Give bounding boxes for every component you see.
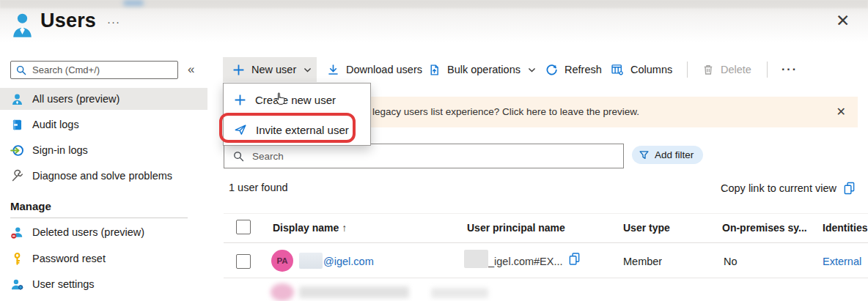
- plus-icon: [234, 94, 246, 106]
- person-icon: [10, 92, 24, 106]
- sidebar-item-label: Audit logs: [32, 119, 79, 130]
- copy-link-label: Copy link to current view: [721, 182, 836, 194]
- audit-log-icon: [10, 118, 24, 132]
- download-icon: [327, 64, 339, 76]
- breadcrumb-remnant: [123, 0, 144, 6]
- columns-label: Columns: [630, 64, 672, 75]
- user-settings-icon: [10, 278, 24, 291]
- redacted-next-upn: [431, 288, 488, 298]
- refresh-label: Refresh: [564, 64, 602, 75]
- delete-button[interactable]: Delete: [702, 57, 751, 82]
- refresh-button[interactable]: Refresh: [545, 57, 602, 82]
- copy-link-button[interactable]: Copy link to current view: [721, 181, 856, 195]
- sidebar-item-all-users[interactable]: All users (preview): [0, 88, 207, 110]
- redacted-next-name: [299, 286, 409, 298]
- bulk-operations-label: Bulk operations: [447, 64, 521, 75]
- signin-log-icon: [10, 144, 24, 157]
- select-all-checkbox[interactable]: [236, 220, 251, 234]
- new-user-dropdown: Create new user Invite external user: [223, 83, 371, 146]
- user-type-value: Member: [623, 256, 662, 267]
- redacted-upn-prefix: [464, 250, 488, 268]
- columns-icon: [611, 63, 624, 76]
- refresh-icon: [545, 64, 558, 76]
- search-icon: [16, 65, 26, 75]
- display-name-link[interactable]: @igel.com: [323, 256, 374, 267]
- send-icon: [234, 123, 247, 136]
- copy-upn-icon[interactable]: [568, 251, 581, 269]
- sidebar-divider: [10, 218, 188, 218]
- sidebar-item-user-settings[interactable]: User settings: [0, 273, 207, 295]
- deleted-users-icon: [10, 226, 24, 239]
- column-header-user-type[interactable]: User type: [623, 222, 670, 234]
- table-top-border: [224, 213, 868, 214]
- page-title: Users: [40, 10, 96, 32]
- column-header-display-name[interactable]: Display name ↑: [273, 222, 347, 234]
- sidebar-item-label: Diagnose and solve problems: [32, 170, 172, 182]
- new-user-button[interactable]: New user: [223, 57, 317, 82]
- menu-item-create-new-user[interactable]: Create new user: [224, 85, 370, 114]
- row-checkbox[interactable]: [236, 254, 251, 269]
- menu-item-label: Invite external user: [256, 124, 349, 136]
- redacted-next-avatar: [271, 283, 294, 301]
- trash-icon: [702, 64, 714, 75]
- wrench-icon: [10, 169, 24, 183]
- result-count: 1 user found: [229, 182, 288, 193]
- menu-item-invite-external-user[interactable]: Invite external user: [224, 115, 370, 144]
- identities-link[interactable]: External: [823, 256, 868, 267]
- row-border: [224, 278, 868, 278]
- toolbar-divider: [687, 62, 688, 78]
- users-icon: [11, 11, 34, 42]
- users-page: Users ··· ✕ « All users (preview) Audit …: [0, 0, 868, 301]
- sidebar-search-input[interactable]: [31, 64, 177, 76]
- bulk-operations-button[interactable]: Bulk operations: [428, 57, 537, 82]
- banner-message[interactable]: legacy users list experience? Click here…: [372, 106, 639, 117]
- column-header-upn[interactable]: User principal name: [467, 222, 565, 234]
- chevron-down-icon: [303, 65, 312, 75]
- sort-ascending-icon[interactable]: ↑: [342, 222, 347, 234]
- sidebar-item-label: Sign-in logs: [32, 144, 88, 156]
- new-user-label: New user: [251, 64, 296, 75]
- download-users-button[interactable]: Download users: [327, 57, 422, 82]
- menu-item-label: Create new user: [255, 94, 336, 106]
- columns-button[interactable]: Columns: [611, 57, 672, 82]
- collapse-sidebar-icon[interactable]: «: [188, 62, 194, 77]
- sidebar-item-label: Password reset: [32, 253, 106, 264]
- filter-icon: [639, 149, 650, 160]
- chevron-down-icon: [527, 65, 537, 75]
- search-icon: [233, 151, 244, 162]
- manage-section-label: Manage: [10, 200, 51, 212]
- plus-icon: [232, 64, 245, 76]
- upn-value: _igel.com#EX...: [488, 256, 563, 267]
- column-header-on-premises[interactable]: On-premises sy...: [722, 222, 807, 234]
- sidebar-item-deleted-users[interactable]: Deleted users (preview): [0, 221, 207, 243]
- column-header-identities[interactable]: Identities: [823, 222, 868, 234]
- avatar: PA: [271, 250, 293, 272]
- more-commands-button[interactable]: ···: [781, 57, 798, 82]
- sidebar-item-signin-logs[interactable]: Sign-in logs: [0, 139, 207, 161]
- sidebar-item-audit-logs[interactable]: Audit logs: [0, 114, 207, 135]
- delete-label: Delete: [721, 64, 751, 75]
- sidebar-item-label: All users (preview): [32, 93, 119, 105]
- banner-close-icon[interactable]: ✕: [836, 105, 846, 119]
- bulk-operations-icon: [428, 64, 441, 76]
- add-filter-button[interactable]: Add filter: [632, 146, 703, 164]
- sidebar-search[interactable]: [10, 61, 178, 79]
- key-icon: [10, 252, 24, 266]
- sidebar-item-password-reset[interactable]: Password reset: [0, 248, 207, 270]
- sidebar-item-diagnose[interactable]: Diagnose and solve problems: [0, 165, 207, 187]
- title-more-button[interactable]: ···: [107, 15, 120, 28]
- close-icon[interactable]: ✕: [836, 11, 850, 31]
- sidebar-item-label: Deleted users (preview): [32, 226, 144, 238]
- toolbar-divider: [767, 62, 768, 78]
- add-filter-label: Add filter: [655, 149, 694, 160]
- on-premises-value: No: [724, 256, 738, 267]
- sidebar-item-label: User settings: [32, 278, 95, 290]
- users-search-input[interactable]: [251, 150, 623, 163]
- table-header-border: [224, 242, 868, 243]
- copy-icon: [843, 181, 856, 195]
- cursor-hand-icon: [274, 92, 285, 108]
- download-users-label: Download users: [346, 64, 422, 75]
- users-search-box[interactable]: [224, 144, 624, 168]
- redacted-display-name: [299, 253, 323, 269]
